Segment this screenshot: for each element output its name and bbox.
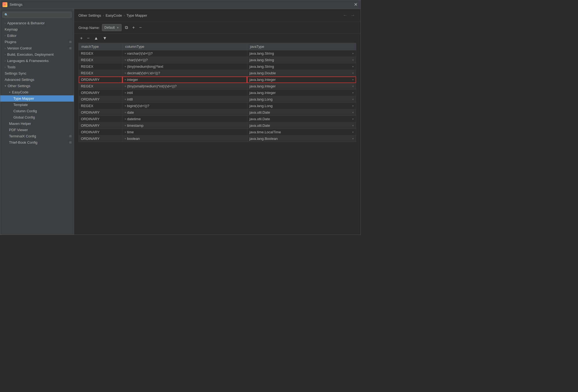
nav-forward-button[interactable]: → — [350, 12, 356, 18]
col-header-matchtype: matchType — [79, 43, 122, 50]
cell-matchtype-9: ORDINARY — [79, 109, 122, 116]
sidebar-item-10[interactable]: ▾Other Settings — [0, 83, 74, 89]
remove-group-button[interactable]: − — [138, 25, 143, 30]
cell-javatype-6: java.lang.Integer▾ — [247, 90, 356, 96]
table-row-6[interactable]: ORDINARY▾int4java.lang.Integer▾ — [79, 90, 356, 96]
sidebar-item-5[interactable]: ›Build, Execution, Deployment — [0, 51, 74, 58]
sidebar-item-3[interactable]: Plugins⊞ — [0, 39, 74, 45]
nav-back-button[interactable]: ← — [342, 12, 348, 18]
cell-javatype-val-2: java.lang.String — [250, 64, 274, 69]
cell-javatype-0: java.lang.String▾ — [247, 50, 356, 57]
expand-arrow-2: › — [5, 34, 5, 37]
sidebar-item-label-17: PDF Viewer — [9, 128, 72, 132]
sidebar-item-12[interactable]: Type Mapper — [0, 95, 74, 102]
cell-javatype-11: java.util.Date▾ — [247, 122, 356, 129]
cell-columntype-val-5: (tiny|small|medium)*int(\(\d+\))? — [127, 84, 177, 88]
cell-javatype-val-7: java.lang.Long — [250, 97, 273, 101]
table-row-8[interactable]: REGEX▾bigint(\(\d+\))?java.lang.Long▾ — [79, 103, 356, 109]
sidebar-badge-4: ⊞ — [69, 46, 72, 50]
cell-arrow-5: ▾ — [125, 85, 126, 88]
javatype-arrow-9: ▾ — [352, 111, 354, 114]
cell-columntype-val-6: int4 — [127, 91, 133, 95]
cell-javatype-val-11: java.util.Date — [250, 123, 270, 128]
cell-columntype-val-7: int8 — [127, 97, 133, 101]
sidebar-item-label-4: Version Control — [7, 46, 68, 50]
javatype-arrow-7: ▾ — [352, 98, 354, 101]
cell-javatype-10: java.util.Date▾ — [247, 116, 356, 122]
search-input[interactable] — [9, 13, 70, 17]
sidebar-item-16[interactable]: Maven Helper — [0, 120, 74, 127]
sidebar-item-1[interactable]: Keymap — [0, 26, 74, 33]
group-dropdown[interactable]: Default ▼ — [102, 24, 122, 31]
cell-columntype-7: ▾int8 — [122, 96, 247, 103]
sidebar-item-6[interactable]: ›Languages & Frameworks — [0, 58, 74, 64]
cell-arrow-8: ▾ — [125, 104, 126, 107]
cell-columntype-val-4: integer — [127, 78, 138, 82]
move-down-button[interactable]: ▼ — [101, 35, 109, 41]
close-button[interactable]: ✕ — [354, 2, 358, 7]
cell-matchtype-4: ORDINARY — [79, 76, 122, 83]
table-row-7[interactable]: ORDINARY▾int8java.lang.Long▾ — [79, 96, 356, 103]
sidebar-item-label-8: Settings Sync — [5, 71, 72, 75]
type-mapper-table: matchType columnType javaType REGEX▾varc… — [78, 43, 356, 142]
javatype-arrow-4: ▾ — [352, 78, 354, 81]
search-box[interactable]: 🔍 — [2, 12, 72, 18]
cell-arrow-12: ▾ — [125, 131, 126, 134]
cell-javatype-val-9: java.util.Date — [250, 110, 270, 114]
sidebar-item-7[interactable]: ›Tools — [0, 64, 74, 70]
move-up-button[interactable]: ▲ — [92, 35, 100, 41]
table-row-5[interactable]: REGEX▾(tiny|small|medium)*int(\(\d+\))?j… — [79, 83, 356, 90]
table-row-10[interactable]: ORDINARY▾datetimejava.util.Date▾ — [79, 116, 356, 122]
sidebar-item-14[interactable]: Column Config — [0, 108, 74, 114]
sidebar-item-label-2: Editor — [7, 34, 72, 38]
row-toolbar: + − ▲ ▼ — [74, 34, 360, 43]
sidebar-item-4[interactable]: ›Version Control⊞ — [0, 45, 74, 51]
table-row-11[interactable]: ORDINARY▾timestampjava.util.Date▾ — [79, 122, 356, 129]
cell-arrow-7: ▾ — [125, 98, 126, 101]
copy-group-button[interactable]: ⧉ — [124, 25, 129, 30]
sidebar-item-label-11: EasyCode — [12, 90, 72, 94]
cell-columntype-3: ▾decimal(\(\d+\.\d+\))? — [122, 70, 247, 76]
table-row-0[interactable]: REGEX▾varchar(\(\d+\))?java.lang.String▾ — [79, 50, 356, 57]
cell-columntype-0: ▾varchar(\(\d+\))? — [122, 50, 247, 57]
sidebar-item-18[interactable]: TerminalX Config⊞ — [0, 133, 74, 139]
sidebar-item-8[interactable]: Settings Sync — [0, 70, 74, 76]
cell-arrow-3: ▾ — [125, 72, 126, 75]
sidebar-item-19[interactable]: Thief-Book Config⊞ — [0, 139, 74, 146]
table-body: REGEX▾varchar(\(\d+\))?java.lang.String▾… — [79, 50, 356, 142]
cell-columntype-val-12: time — [127, 130, 134, 134]
cell-columntype-val-10: datetime — [127, 117, 141, 121]
javatype-arrow-8: ▾ — [352, 104, 354, 107]
table-row-12[interactable]: ORDINARY▾timejava.time.LocalTime▾ — [79, 129, 356, 135]
table-row-2[interactable]: REGEX▾(tiny|medium|long)*textjava.lang.S… — [79, 63, 356, 70]
add-group-button[interactable]: + — [131, 25, 136, 30]
cell-javatype-val-4: java.lang.Integer — [250, 78, 276, 82]
sidebar-item-11[interactable]: ▾EasyCode — [0, 89, 74, 95]
table-row-4[interactable]: ORDINARY▾integerjava.lang.Integer▾ — [79, 76, 356, 83]
javatype-arrow-10: ▾ — [352, 117, 354, 120]
cell-matchtype-11: ORDINARY — [79, 122, 122, 129]
sidebar-item-9[interactable]: Advanced Settings — [0, 76, 74, 83]
sidebar-item-label-7: Tools — [7, 65, 72, 69]
cell-arrow-11: ▾ — [125, 124, 126, 127]
sidebar-item-0[interactable]: ›Appearance & Behavior — [0, 20, 74, 26]
remove-row-button[interactable]: − — [85, 35, 91, 41]
breadcrumb: Other Settings › EasyCode › Type Mapper — [78, 13, 147, 17]
sidebar-item-17[interactable]: PDF Viewer — [0, 127, 74, 133]
cell-arrow-13: ▾ — [125, 137, 126, 140]
add-row-button[interactable]: + — [78, 35, 84, 41]
javatype-arrow-6: ▾ — [352, 91, 354, 94]
title-bar: Settings ✕ — [0, 0, 360, 9]
table-container: matchType columnType javaType REGEX▾varc… — [78, 43, 356, 235]
sidebar-item-15[interactable]: Global Config — [0, 114, 74, 120]
sidebar-item-13[interactable]: Template — [0, 102, 74, 108]
table-row-3[interactable]: REGEX▾decimal(\(\d+\.\d+\))?java.lang.Do… — [79, 70, 356, 76]
table-row-9[interactable]: ORDINARY▾datejava.util.Date▾ — [79, 109, 356, 116]
sidebar-item-2[interactable]: ›Editor — [0, 33, 74, 39]
javatype-arrow-11: ▾ — [352, 124, 354, 127]
sidebar-item-label-13: Template — [13, 103, 72, 107]
svg-point-1 — [4, 4, 6, 6]
table-row-1[interactable]: REGEX▾char(\(\d+\))?java.lang.String▾ — [79, 57, 356, 63]
cell-matchtype-8: REGEX — [79, 103, 122, 109]
table-row-13[interactable]: ORDINARY▾booleanjava.lang.Boolean▾ — [79, 135, 356, 142]
